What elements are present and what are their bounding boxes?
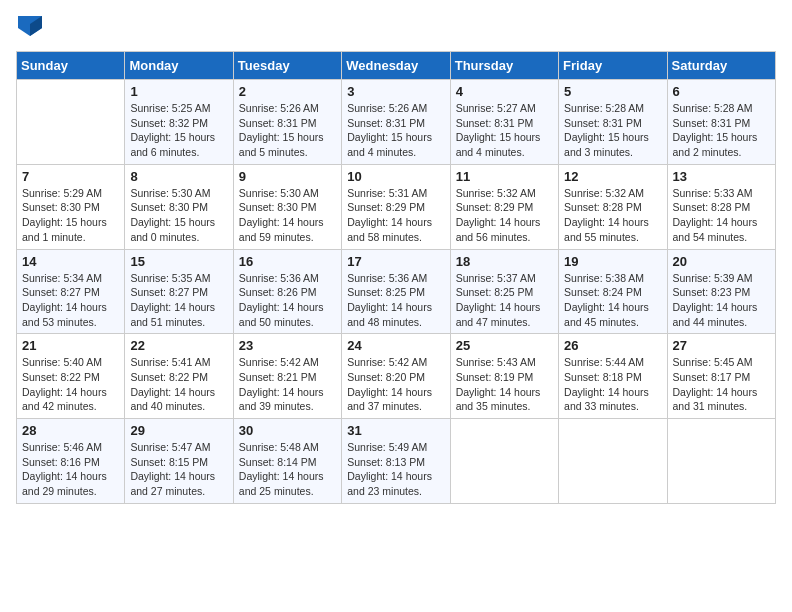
calendar-week-row: 1Sunrise: 5:25 AM Sunset: 8:32 PM Daylig… xyxy=(17,80,776,165)
day-info: Sunrise: 5:33 AM Sunset: 8:28 PM Dayligh… xyxy=(673,186,770,245)
calendar-cell: 31Sunrise: 5:49 AM Sunset: 8:13 PM Dayli… xyxy=(342,419,450,504)
day-number: 7 xyxy=(22,169,119,184)
calendar-cell: 8Sunrise: 5:30 AM Sunset: 8:30 PM Daylig… xyxy=(125,164,233,249)
day-info: Sunrise: 5:30 AM Sunset: 8:30 PM Dayligh… xyxy=(130,186,227,245)
day-number: 8 xyxy=(130,169,227,184)
calendar-cell: 28Sunrise: 5:46 AM Sunset: 8:16 PM Dayli… xyxy=(17,419,125,504)
day-info: Sunrise: 5:31 AM Sunset: 8:29 PM Dayligh… xyxy=(347,186,444,245)
day-number: 18 xyxy=(456,254,553,269)
calendar-header-tuesday: Tuesday xyxy=(233,52,341,80)
day-number: 24 xyxy=(347,338,444,353)
calendar-header-friday: Friday xyxy=(559,52,667,80)
calendar-cell: 27Sunrise: 5:45 AM Sunset: 8:17 PM Dayli… xyxy=(667,334,775,419)
calendar-cell: 25Sunrise: 5:43 AM Sunset: 8:19 PM Dayli… xyxy=(450,334,558,419)
day-info: Sunrise: 5:40 AM Sunset: 8:22 PM Dayligh… xyxy=(22,355,119,414)
calendar-cell: 29Sunrise: 5:47 AM Sunset: 8:15 PM Dayli… xyxy=(125,419,233,504)
calendar-cell: 6Sunrise: 5:28 AM Sunset: 8:31 PM Daylig… xyxy=(667,80,775,165)
day-number: 20 xyxy=(673,254,770,269)
calendar-cell: 10Sunrise: 5:31 AM Sunset: 8:29 PM Dayli… xyxy=(342,164,450,249)
day-number: 6 xyxy=(673,84,770,99)
day-info: Sunrise: 5:47 AM Sunset: 8:15 PM Dayligh… xyxy=(130,440,227,499)
day-info: Sunrise: 5:26 AM Sunset: 8:31 PM Dayligh… xyxy=(347,101,444,160)
calendar-cell: 1Sunrise: 5:25 AM Sunset: 8:32 PM Daylig… xyxy=(125,80,233,165)
day-info: Sunrise: 5:44 AM Sunset: 8:18 PM Dayligh… xyxy=(564,355,661,414)
day-number: 19 xyxy=(564,254,661,269)
calendar-week-row: 7Sunrise: 5:29 AM Sunset: 8:30 PM Daylig… xyxy=(17,164,776,249)
calendar-week-row: 14Sunrise: 5:34 AM Sunset: 8:27 PM Dayli… xyxy=(17,249,776,334)
calendar-cell: 12Sunrise: 5:32 AM Sunset: 8:28 PM Dayli… xyxy=(559,164,667,249)
day-info: Sunrise: 5:36 AM Sunset: 8:26 PM Dayligh… xyxy=(239,271,336,330)
calendar-cell: 20Sunrise: 5:39 AM Sunset: 8:23 PM Dayli… xyxy=(667,249,775,334)
calendar-cell: 14Sunrise: 5:34 AM Sunset: 8:27 PM Dayli… xyxy=(17,249,125,334)
day-info: Sunrise: 5:41 AM Sunset: 8:22 PM Dayligh… xyxy=(130,355,227,414)
calendar-cell: 16Sunrise: 5:36 AM Sunset: 8:26 PM Dayli… xyxy=(233,249,341,334)
calendar-cell xyxy=(450,419,558,504)
day-info: Sunrise: 5:43 AM Sunset: 8:19 PM Dayligh… xyxy=(456,355,553,414)
calendar-cell: 9Sunrise: 5:30 AM Sunset: 8:30 PM Daylig… xyxy=(233,164,341,249)
day-number: 30 xyxy=(239,423,336,438)
day-info: Sunrise: 5:34 AM Sunset: 8:27 PM Dayligh… xyxy=(22,271,119,330)
day-info: Sunrise: 5:42 AM Sunset: 8:20 PM Dayligh… xyxy=(347,355,444,414)
day-number: 21 xyxy=(22,338,119,353)
day-number: 22 xyxy=(130,338,227,353)
calendar-header-thursday: Thursday xyxy=(450,52,558,80)
day-info: Sunrise: 5:32 AM Sunset: 8:29 PM Dayligh… xyxy=(456,186,553,245)
calendar-cell: 26Sunrise: 5:44 AM Sunset: 8:18 PM Dayli… xyxy=(559,334,667,419)
calendar-cell: 23Sunrise: 5:42 AM Sunset: 8:21 PM Dayli… xyxy=(233,334,341,419)
calendar-cell: 2Sunrise: 5:26 AM Sunset: 8:31 PM Daylig… xyxy=(233,80,341,165)
day-number: 29 xyxy=(130,423,227,438)
day-number: 14 xyxy=(22,254,119,269)
calendar-week-row: 21Sunrise: 5:40 AM Sunset: 8:22 PM Dayli… xyxy=(17,334,776,419)
logo-wordmark xyxy=(16,16,42,41)
day-number: 23 xyxy=(239,338,336,353)
calendar-cell: 22Sunrise: 5:41 AM Sunset: 8:22 PM Dayli… xyxy=(125,334,233,419)
calendar-cell: 19Sunrise: 5:38 AM Sunset: 8:24 PM Dayli… xyxy=(559,249,667,334)
day-number: 4 xyxy=(456,84,553,99)
day-number: 25 xyxy=(456,338,553,353)
day-info: Sunrise: 5:29 AM Sunset: 8:30 PM Dayligh… xyxy=(22,186,119,245)
day-info: Sunrise: 5:25 AM Sunset: 8:32 PM Dayligh… xyxy=(130,101,227,160)
day-number: 31 xyxy=(347,423,444,438)
day-info: Sunrise: 5:26 AM Sunset: 8:31 PM Dayligh… xyxy=(239,101,336,160)
day-info: Sunrise: 5:39 AM Sunset: 8:23 PM Dayligh… xyxy=(673,271,770,330)
day-info: Sunrise: 5:35 AM Sunset: 8:27 PM Dayligh… xyxy=(130,271,227,330)
day-info: Sunrise: 5:32 AM Sunset: 8:28 PM Dayligh… xyxy=(564,186,661,245)
day-info: Sunrise: 5:42 AM Sunset: 8:21 PM Dayligh… xyxy=(239,355,336,414)
day-info: Sunrise: 5:46 AM Sunset: 8:16 PM Dayligh… xyxy=(22,440,119,499)
day-info: Sunrise: 5:36 AM Sunset: 8:25 PM Dayligh… xyxy=(347,271,444,330)
day-number: 26 xyxy=(564,338,661,353)
calendar-cell: 5Sunrise: 5:28 AM Sunset: 8:31 PM Daylig… xyxy=(559,80,667,165)
day-number: 11 xyxy=(456,169,553,184)
day-info: Sunrise: 5:30 AM Sunset: 8:30 PM Dayligh… xyxy=(239,186,336,245)
day-number: 2 xyxy=(239,84,336,99)
logo-icon xyxy=(18,16,42,36)
logo xyxy=(16,16,42,41)
day-info: Sunrise: 5:45 AM Sunset: 8:17 PM Dayligh… xyxy=(673,355,770,414)
day-number: 10 xyxy=(347,169,444,184)
calendar-cell: 3Sunrise: 5:26 AM Sunset: 8:31 PM Daylig… xyxy=(342,80,450,165)
calendar-cell: 17Sunrise: 5:36 AM Sunset: 8:25 PM Dayli… xyxy=(342,249,450,334)
calendar-cell: 15Sunrise: 5:35 AM Sunset: 8:27 PM Dayli… xyxy=(125,249,233,334)
calendar-cell: 11Sunrise: 5:32 AM Sunset: 8:29 PM Dayli… xyxy=(450,164,558,249)
calendar-cell: 24Sunrise: 5:42 AM Sunset: 8:20 PM Dayli… xyxy=(342,334,450,419)
day-number: 5 xyxy=(564,84,661,99)
day-number: 13 xyxy=(673,169,770,184)
day-info: Sunrise: 5:49 AM Sunset: 8:13 PM Dayligh… xyxy=(347,440,444,499)
calendar-header-monday: Monday xyxy=(125,52,233,80)
calendar-cell xyxy=(667,419,775,504)
calendar-week-row: 28Sunrise: 5:46 AM Sunset: 8:16 PM Dayli… xyxy=(17,419,776,504)
calendar-cell: 13Sunrise: 5:33 AM Sunset: 8:28 PM Dayli… xyxy=(667,164,775,249)
calendar-header-sunday: Sunday xyxy=(17,52,125,80)
day-number: 28 xyxy=(22,423,119,438)
header xyxy=(16,16,776,41)
calendar-cell: 7Sunrise: 5:29 AM Sunset: 8:30 PM Daylig… xyxy=(17,164,125,249)
calendar-cell xyxy=(17,80,125,165)
day-number: 15 xyxy=(130,254,227,269)
calendar-cell xyxy=(559,419,667,504)
day-info: Sunrise: 5:28 AM Sunset: 8:31 PM Dayligh… xyxy=(673,101,770,160)
day-number: 17 xyxy=(347,254,444,269)
day-number: 27 xyxy=(673,338,770,353)
calendar-header-wednesday: Wednesday xyxy=(342,52,450,80)
calendar-cell: 4Sunrise: 5:27 AM Sunset: 8:31 PM Daylig… xyxy=(450,80,558,165)
day-info: Sunrise: 5:27 AM Sunset: 8:31 PM Dayligh… xyxy=(456,101,553,160)
